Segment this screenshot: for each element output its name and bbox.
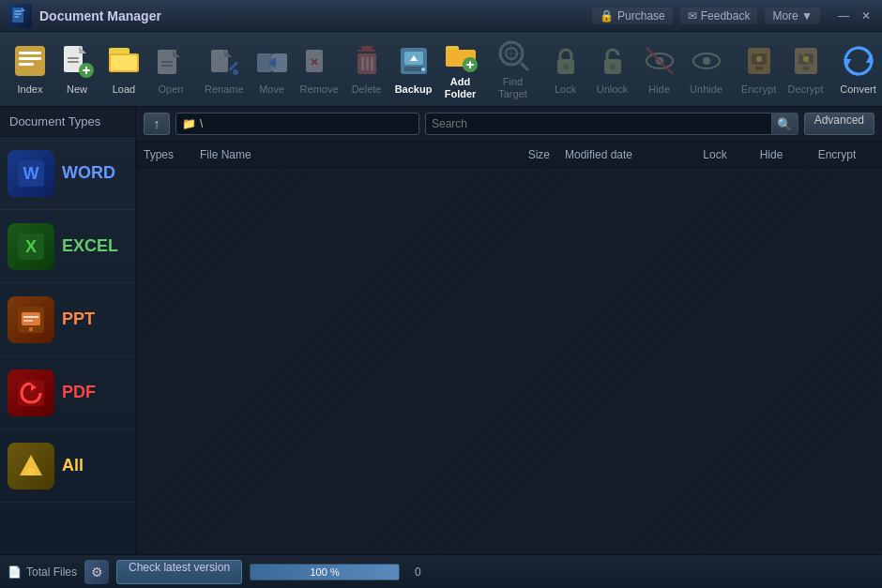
svg-rect-18	[111, 55, 137, 70]
excel-icon: X	[8, 223, 54, 270]
open-button[interactable]: Open	[148, 36, 193, 103]
backup-icon	[395, 42, 433, 80]
search-input[interactable]	[426, 117, 771, 130]
svg-rect-22	[161, 65, 173, 67]
main-area: Document Types W WORD X EXCEL	[0, 107, 882, 554]
unlock-button[interactable]: Unlock	[590, 36, 635, 103]
add-folder-button[interactable]: Add Folder	[438, 36, 483, 103]
toolbar: Index New Load	[0, 32, 882, 107]
new-button[interactable]: New	[54, 36, 99, 103]
unhide-icon	[688, 42, 725, 80]
minimize-button[interactable]: —	[835, 8, 852, 24]
feedback-icon: ✉	[688, 9, 697, 23]
svg-line-51	[521, 63, 528, 70]
pdf-icon	[8, 369, 54, 416]
encrypt-button[interactable]: Encrypt	[737, 36, 782, 103]
nav-up-icon: ↑	[154, 116, 160, 131]
svg-text:W: W	[23, 164, 39, 183]
delete-button[interactable]: Delete	[344, 36, 389, 103]
unhide-button[interactable]: Unhide	[684, 36, 729, 103]
file-list-body[interactable]	[136, 168, 882, 554]
svg-rect-11	[68, 57, 79, 59]
svg-rect-82	[23, 320, 33, 322]
sidebar-item-excel[interactable]: X EXCEL	[0, 210, 135, 283]
svg-line-60	[646, 48, 673, 74]
all-label: All	[62, 456, 84, 475]
svg-rect-83	[29, 327, 33, 331]
search-button[interactable]: 🔍	[771, 113, 798, 134]
sidebar-title: Document Types	[0, 107, 135, 137]
index-button[interactable]: Index	[8, 36, 53, 103]
total-files-label: 📄 Total Files	[8, 565, 77, 579]
move-button[interactable]: Move	[250, 36, 295, 103]
svg-rect-41	[404, 67, 423, 71]
ppt-label: PPT	[62, 309, 95, 329]
svg-rect-8	[19, 63, 34, 66]
file-browser: ↑ 📁 \ 🔍 Advanced Types File Name Size Mo…	[136, 107, 882, 554]
svg-marker-20	[173, 50, 180, 57]
path-text: \	[200, 117, 203, 130]
svg-rect-3	[14, 16, 19, 18]
svg-point-87	[27, 468, 35, 475]
file-list-header: Types File Name Size Modified date Lock …	[136, 142, 882, 168]
svg-rect-2	[14, 13, 22, 15]
sidebar-item-pdf[interactable]: PDF	[0, 356, 135, 430]
all-icon	[8, 443, 54, 490]
progress-bar-fill: 100 %	[251, 565, 399, 580]
new-icon	[58, 42, 96, 80]
path-bar: 📁 \	[175, 113, 419, 135]
sidebar-item-ppt[interactable]: PPT	[0, 283, 135, 356]
sidebar-item-all[interactable]: All	[0, 430, 135, 503]
advanced-button[interactable]: Advanced	[804, 113, 874, 135]
check-version-button[interactable]: Check latest version	[116, 560, 242, 584]
backup-button[interactable]: Backup	[391, 36, 436, 103]
svg-rect-21	[161, 61, 173, 63]
hide-icon	[641, 42, 678, 80]
convert-button[interactable]: Convert	[836, 36, 881, 103]
delete-icon	[348, 42, 386, 80]
rename-button[interactable]: Rename	[201, 36, 248, 103]
feedback-button[interactable]: ✉ Feedback	[680, 8, 758, 24]
svg-rect-15	[85, 67, 87, 74]
lock-button[interactable]: Lock	[543, 36, 588, 103]
file-count: 0	[415, 565, 421, 579]
open-icon	[152, 42, 190, 80]
svg-rect-7	[19, 57, 41, 60]
col-lock-header: Lock	[687, 148, 743, 161]
find-target-button[interactable]: Find Target	[491, 36, 536, 103]
svg-point-66	[756, 56, 762, 62]
decrypt-button[interactable]: Decrypt	[783, 36, 829, 103]
svg-rect-37	[366, 57, 369, 70]
close-button[interactable]: ✕	[858, 8, 874, 24]
col-types-header: Types	[144, 148, 200, 161]
sidebar-item-word[interactable]: W WORD	[0, 137, 135, 210]
svg-marker-24	[224, 50, 232, 57]
add-folder-icon	[442, 38, 479, 72]
remove-icon	[300, 42, 338, 80]
svg-marker-4	[22, 8, 25, 11]
svg-point-57	[610, 64, 616, 69]
svg-rect-81	[23, 316, 38, 318]
find-target-icon	[494, 38, 532, 72]
lock-icon	[547, 42, 585, 80]
convert-icon	[840, 42, 877, 80]
hide-button[interactable]: Hide	[637, 36, 682, 103]
progress-bar: 100 %	[250, 564, 400, 580]
remove-button[interactable]: Remove	[297, 36, 342, 103]
settings-button[interactable]: ⚙	[84, 560, 109, 584]
svg-marker-10	[79, 46, 86, 53]
window-controls: — ✕	[835, 8, 874, 24]
load-button[interactable]: Load	[101, 36, 146, 103]
purchase-button[interactable]: 🔒 Purchase	[592, 8, 673, 24]
col-size-header: Size	[490, 148, 565, 161]
more-button[interactable]: More ▼	[765, 8, 820, 24]
encrypt-icon	[740, 42, 778, 80]
path-folder-icon: 📁	[182, 117, 196, 130]
col-modified-header: Modified date	[565, 148, 687, 161]
settings-icon: ⚙	[91, 565, 103, 580]
col-hide-header: Hide	[743, 148, 799, 161]
unlock-icon	[594, 42, 631, 80]
search-bar[interactable]: 🔍	[425, 113, 798, 135]
svg-point-42	[421, 68, 425, 71]
nav-up-button[interactable]: ↑	[144, 113, 170, 135]
